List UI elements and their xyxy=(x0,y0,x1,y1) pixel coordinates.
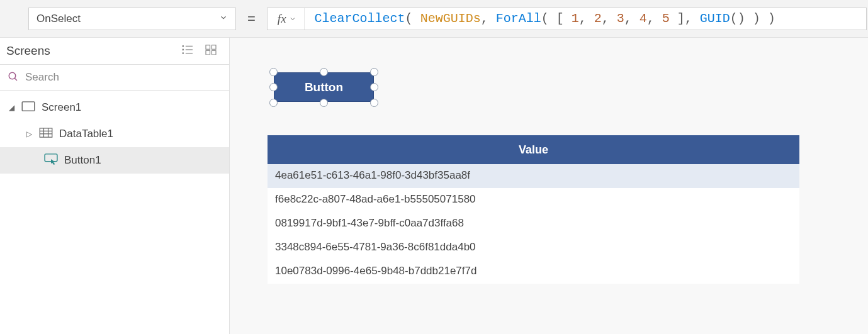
formula-token: 1 xyxy=(572,11,579,26)
tree-panel: Screens xyxy=(0,38,230,334)
svg-point-10 xyxy=(9,72,16,79)
list-view-icon[interactable] xyxy=(181,44,194,58)
chevron-down-icon xyxy=(219,13,228,24)
formula-token: ( xyxy=(405,11,420,26)
search-input[interactable] xyxy=(25,71,222,84)
canvas-button-text: Button xyxy=(305,81,343,94)
tree-panel-header: Screens xyxy=(0,38,229,64)
tree-item-datatable1[interactable]: ▷ DataTable1 xyxy=(0,121,229,147)
tree-item-screen1[interactable]: ◢ Screen1 xyxy=(0,94,229,121)
property-dropdown-value: OnSelect xyxy=(37,13,81,25)
svg-rect-8 xyxy=(206,50,210,55)
formula-token: () ) ) xyxy=(730,11,775,26)
formula-token: ClearCollect xyxy=(315,11,405,26)
formula-token: , xyxy=(602,11,617,26)
property-dropdown[interactable]: OnSelect xyxy=(28,8,236,30)
canvas-button-control[interactable]: Button xyxy=(274,72,374,102)
chevron-down-icon xyxy=(289,15,296,23)
equals-sign: = xyxy=(247,11,256,27)
svg-point-5 xyxy=(183,53,184,54)
tree-item-label: Screen1 xyxy=(42,101,81,114)
svg-point-3 xyxy=(183,46,184,47)
table-row[interactable]: 4ea61e51-c613-46a1-98f0-3d43bf35aa8f xyxy=(268,164,799,188)
formula-token: , xyxy=(624,11,640,26)
caret-down-icon: ◢ xyxy=(9,103,15,112)
formula-token: 4 xyxy=(640,11,647,26)
fx-icon: fx xyxy=(278,12,286,26)
tree-item-button1[interactable]: Button1 xyxy=(0,147,229,174)
canvas-datatable-control[interactable]: Value 4ea61e51-c613-46a1-98f0-3d43bf35aa… xyxy=(268,135,799,284)
formula-token: , xyxy=(481,11,496,26)
tree-item-label: Button1 xyxy=(64,154,101,167)
caret-right-icon: ▷ xyxy=(26,130,33,138)
tree-view: ◢ Screen1 ▷ DataTable1 xyxy=(0,91,229,174)
formula-token: ( [ xyxy=(541,11,572,26)
search-row xyxy=(0,64,229,91)
table-row[interactable]: 3348c894-6e55-4781-9a36-8c6f81dda4b0 xyxy=(268,236,799,260)
formula-token: NewGUIDs xyxy=(420,11,481,26)
screen-icon xyxy=(21,101,35,114)
tree-item-label: DataTable1 xyxy=(59,128,113,140)
svg-rect-7 xyxy=(211,45,216,50)
table-row[interactable]: 0819917d-9bf1-43e7-9bff-c0aa7d3ffa68 xyxy=(268,212,799,236)
main-area: Screens xyxy=(0,38,868,334)
svg-rect-12 xyxy=(22,101,35,110)
svg-rect-6 xyxy=(206,45,210,50)
formula-token: ForAll xyxy=(496,11,541,26)
table-row[interactable]: 10e0783d-0996-4e65-9b48-b7ddb21e7f7d xyxy=(268,260,799,284)
table-row[interactable]: f6e8c22c-a807-48ad-a6e1-b55505071580 xyxy=(268,188,799,212)
formula-input-container: fx ClearCollect( NewGUIDs, ForAll( [ 1, … xyxy=(267,8,867,30)
panel-title: Screens xyxy=(6,44,50,58)
formula-token: 3 xyxy=(617,11,624,26)
formula-bar: OnSelect = fx ClearCollect( NewGUIDs, Fo… xyxy=(0,0,868,38)
formula-input[interactable]: ClearCollect( NewGUIDs, ForAll( [ 1, 2, … xyxy=(305,11,866,26)
formula-token: GUID xyxy=(700,11,730,26)
search-icon xyxy=(8,71,19,84)
svg-rect-9 xyxy=(211,50,216,55)
formula-token: ], xyxy=(670,11,700,26)
formula-token: 5 xyxy=(662,11,670,26)
formula-token: 2 xyxy=(594,11,602,26)
grid-view-icon[interactable] xyxy=(205,44,217,58)
svg-line-11 xyxy=(14,78,17,81)
table-header-label: Value xyxy=(519,143,548,156)
svg-rect-13 xyxy=(40,128,52,136)
svg-point-4 xyxy=(183,49,184,50)
design-canvas[interactable]: Button Value 4ea61e51-c613-46a1-98f0-3d4… xyxy=(230,38,868,334)
formula-token: , xyxy=(647,11,662,26)
button-icon xyxy=(44,153,58,168)
table-header[interactable]: Value xyxy=(268,135,799,164)
formula-token: , xyxy=(579,11,594,26)
datatable-icon xyxy=(39,128,53,141)
selection-outline: Button xyxy=(268,69,381,105)
fx-label[interactable]: fx xyxy=(268,8,305,30)
